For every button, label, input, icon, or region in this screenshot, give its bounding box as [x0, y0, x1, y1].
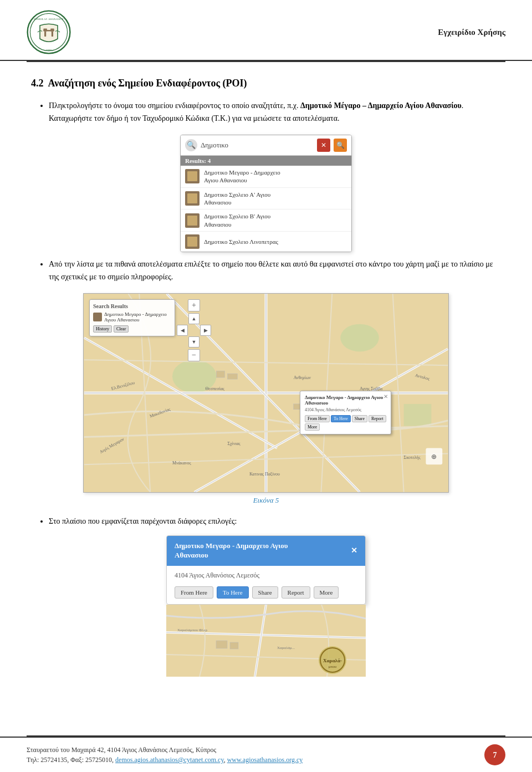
popup-report-btn[interactable]: Report [282, 586, 310, 599]
popup-buttons-row: From Here To Here Share Report More [175, 586, 357, 599]
map-popup-close-btn[interactable]: ✕ [383, 393, 388, 400]
popup-close-btn[interactable]: ✕ [351, 546, 357, 556]
pan-center [188, 325, 200, 336]
popup-box: Δημοτικο Μεγαρο - Δημαρχειο Αγιου Αθανασ… [166, 535, 366, 605]
footer-email-link[interactable]: demos.agios.athanasios@cytanet.com.cy [115, 756, 224, 764]
to-here-btn[interactable]: To Here [331, 415, 351, 422]
result-icon-2 [185, 191, 200, 206]
footer-left: Σταυραετού του Μαχαιρά 42, 4104 Άγιος Αθ… [27, 745, 303, 765]
pan-up-btn[interactable]: ▲ [188, 313, 200, 324]
section-heading: 4.2 Αναζήτηση ενός Σημείου Ενδιαφέροντος… [31, 78, 501, 89]
zoom-out-btn[interactable]: − [188, 349, 200, 361]
result-icon-4 [185, 234, 200, 249]
map-search-panel: Search Results Δημοτικο Μεγαρο - Δημαρχε… [89, 299, 175, 336]
pan-empty-bl [177, 336, 188, 347]
map-popup-title: Δαμοτικο Μεγαρο - Δημαρχειο Αγιου Αθανασ… [305, 395, 386, 406]
map-container: Ελ.Βενιζέλου Θεσπεσίας Μακεδονίας Ανθεμί… [31, 293, 501, 493]
pan-empty-tl [177, 313, 188, 324]
popup-share-btn[interactable]: Share [252, 586, 278, 599]
map-popup: ✕ Δαμοτικο Μεγαρο - Δημαρχειο Αγιου Αθαν… [300, 391, 391, 434]
svg-rect-56 [216, 641, 227, 648]
page: ΔΗΜΟΣ ΑΓ. ΑΘΑΝΑΣΙΟΥ 1986 Εγχειρίδιο Χρήσ… [0, 0, 532, 772]
svg-rect-57 [230, 642, 238, 649]
svg-text:μπου: μπου [329, 664, 337, 669]
footer-phone: Τηλ: 25724135, Φαξ: 25725010, [27, 756, 114, 764]
popup-title: Δημοτικο Μεγαρο - Δημαρχειο Αγιου Αθανασ… [175, 541, 288, 560]
result-item-1[interactable]: Δημοτικο Μεγαρο - ΔημαρχειοΑγιου Αθανασι… [181, 166, 351, 188]
popup-to-here-btn[interactable]: To Here [217, 586, 249, 599]
figure-caption: Εικόνα 5 [31, 496, 501, 505]
svg-rect-5 [43, 29, 47, 32]
section-title: Αναζήτηση ενός Σημείου Ενδιαφέροντος (PO… [48, 78, 247, 89]
bullet-list: Πληκτρολογήστε το όνομα του σημείου ενδι… [31, 99, 501, 125]
bullet-list-2: Από την λίστα με τα πιθανά αποτελέσματα … [31, 258, 501, 283]
bullet1-bold: Δημοτικό Μέγαρο – Δημαρχείο Αγίου Αθανασ… [300, 101, 462, 110]
search-bar: 🔍 Δημοτικο ✕ 🔍 [181, 135, 351, 156]
svg-rect-44 [294, 404, 300, 410]
popup-more-btn[interactable]: More [314, 586, 339, 599]
main-content: 4.2 Αναζήτηση ενός Σημείου Ενδιαφέροντος… [0, 62, 532, 735]
search-clear-btn[interactable]: ✕ [317, 139, 330, 152]
logo: ΔΗΜΟΣ ΑΓ. ΑΘΑΝΑΣΙΟΥ 1986 [27, 10, 71, 54]
clear-btn[interactable]: Clear [114, 325, 129, 333]
bullet-item-1: Πληκτρολογήστε το όνομα του σημείου ενδι… [49, 99, 501, 125]
svg-rect-12 [404, 404, 432, 426]
svg-rect-4 [52, 31, 53, 37]
popup-map-bg: Χαραλάμπου Φλερ Χαραλάμ... Χαραλά- μπου [166, 605, 366, 677]
svg-text:Σκοτελής: Σκοτελής [404, 455, 421, 460]
result-item-4[interactable]: Δημοτικο Σχολειο Λινοπετρας [181, 232, 351, 252]
popup-image-container: Δημοτικο Μεγαρο - Δημαρχειο Αγιου Αθανασ… [31, 535, 501, 677]
popup-with-map: Δημοτικο Μεγαρο - Δημαρχειο Αγιου Αθανασ… [166, 535, 366, 677]
popup-from-here-btn[interactable]: From Here [175, 586, 213, 599]
result-text-2: Δημοτικο Σχολειο Α' ΑγιουΑθανασιου [204, 191, 270, 207]
section-number: 4.2 [31, 78, 44, 89]
report-btn[interactable]: Report [369, 415, 386, 422]
svg-point-11 [340, 324, 379, 352]
bullet1-text1: Πληκτρολογήστε το όνομα του σημείου ενδι… [49, 101, 300, 110]
result-item-2[interactable]: Δημοτικο Σχολειο Α' ΑγιουΑθανασιου [181, 188, 351, 210]
popup-title-line2: Αθανασιου [175, 551, 208, 559]
share-btn[interactable]: Share [352, 415, 367, 422]
svg-text:Χαραλάμπου Φλερ: Χαραλάμπου Φλερ [177, 628, 207, 632]
footer-logo-circle: 7 [484, 744, 505, 765]
popup-title-line1: Δημοτικο Μεγαρο - Δημαρχειο Αγιου [175, 541, 288, 550]
svg-text:7: 7 [493, 751, 497, 759]
result-text-4: Δημοτικο Σχολειο Λινοπετρας [204, 238, 278, 246]
bullet-list-3: Στο πλαίσιο που εμφανίζεται παρέχονται δ… [31, 515, 501, 528]
search-submit-btn[interactable]: 🔍 [334, 139, 347, 152]
search-results-image: 🔍 Δημοτικο ✕ 🔍 Results: 4 Δημοτικο Μεγαρ… [31, 135, 501, 252]
map-panel-item-icon [93, 313, 102, 321]
pan-down-btn[interactable]: ▼ [188, 336, 200, 347]
svg-rect-43 [227, 374, 237, 379]
popup-header: Δημοτικο Μεγαρο - Δημαρχειο Αγιου Αθανασ… [167, 536, 365, 566]
result-icon-1 [185, 169, 200, 183]
pan-controls: ▲ ◀ ▶ ▼ [177, 313, 211, 347]
search-results-box: 🔍 Δημοτικο ✕ 🔍 Results: 4 Δημοτικο Μεγαρ… [180, 135, 352, 252]
more-btn[interactable]: More [305, 423, 320, 431]
result-icon-3 [185, 213, 200, 228]
history-btn[interactable]: History [93, 325, 112, 333]
pan-right-btn[interactable]: ▶ [200, 325, 211, 336]
map-mock: Ελ.Βενιζέλου Θεσπεσίας Μακεδονίας Ανθεμί… [83, 293, 449, 493]
svg-text:Σχίνιας: Σχίνιας [227, 442, 241, 447]
svg-text:Ανθεμίων: Ανθεμίων [294, 375, 311, 380]
bullet-item-3: Στο πλαίσιο που εμφανίζεται παρέχονται δ… [49, 515, 501, 528]
svg-rect-42 [217, 371, 225, 377]
footer-website-link[interactable]: www.agiosathanasios.org.cy [227, 756, 303, 764]
svg-text:Χαραλά-: Χαραλά- [323, 658, 342, 663]
footer-email: demos.agios.athanasios@cytanet.com.cy, [115, 756, 227, 764]
svg-text:Θεσπεσίας: Θεσπεσίας [206, 386, 225, 391]
svg-text:ΔΗΜΟΣ ΑΓ. ΑΘΑΝΑΣΙΟΥ: ΔΗΜΟΣ ΑΓ. ΑΘΑΝΑΣΙΟΥ [34, 18, 64, 21]
svg-text:1986: 1986 [46, 49, 52, 52]
from-here-btn[interactable]: From Here [305, 415, 330, 422]
pan-empty-tr [200, 313, 211, 324]
footer-address: Σταυραετού του Μαχαιρά 42, 4104 Άγιος Αθ… [27, 745, 303, 755]
pan-empty-br [200, 336, 211, 347]
zoom-in-btn[interactable]: + [188, 299, 200, 311]
pan-left-btn[interactable]: ◀ [177, 325, 188, 336]
results-header: Results: 4 [181, 156, 351, 166]
map-panel-item-text: Δημοτικο Μεγαρο - Δημαρχειο Αγιου Αθανασ… [104, 311, 171, 323]
result-item-3[interactable]: Δημοτικο Σχολειο Β' ΑγιουΑθανασιου [181, 209, 351, 232]
footer-contact: Τηλ: 25724135, Φαξ: 25725010, demos.agio… [27, 755, 303, 765]
map-panel-title: Search Results [93, 303, 171, 309]
